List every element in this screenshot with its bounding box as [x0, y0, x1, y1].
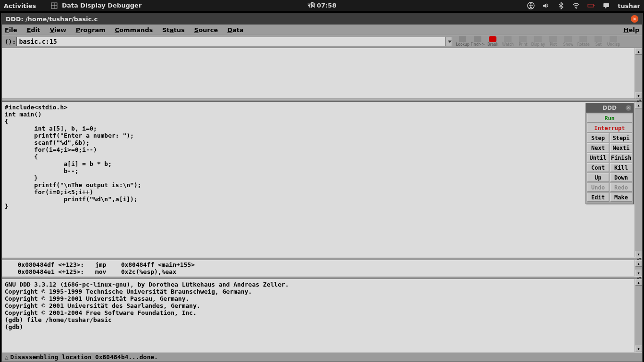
menu-source[interactable]: Source	[194, 26, 218, 33]
menu-view[interactable]: View	[50, 26, 66, 33]
ddd-icon	[50, 2, 58, 9]
redo-button[interactable]: Redo	[610, 183, 632, 192]
menu-status[interactable]: Status	[162, 26, 185, 33]
display-button[interactable]: Display	[530, 35, 545, 48]
gnome-topbar: Activities Data Display Debugger रवि 07:…	[0, 0, 644, 11]
source-scrollbar[interactable]: ▴▾	[635, 102, 642, 257]
command-tool-titlebar[interactable]: DDD ✕	[586, 103, 633, 113]
undisp-button[interactable]: Undisp	[606, 35, 621, 48]
cont-button[interactable]: Cont	[587, 163, 609, 172]
make-button[interactable]: Make	[610, 193, 632, 202]
activities-button[interactable]: Activities	[4, 2, 36, 9]
step-button[interactable]: Step	[587, 133, 609, 142]
toolbar: (): Lookup Find>> Break Watch Print Disp…	[2, 35, 642, 48]
svg-rect-8	[603, 3, 609, 7]
data-display-area[interactable]	[2, 48, 635, 99]
undo-button[interactable]: Undo	[587, 183, 609, 192]
menu-data[interactable]: Data	[227, 26, 244, 33]
rotate-button[interactable]: Rotate	[576, 35, 591, 48]
volume-icon[interactable]	[542, 2, 550, 9]
app-menu[interactable]: Data Display Debugger	[50, 2, 142, 10]
svg-point-5	[576, 8, 577, 9]
until-button[interactable]: Until	[587, 153, 609, 162]
up-button[interactable]: Up	[587, 173, 609, 182]
chat-icon[interactable]	[603, 2, 610, 9]
status-indicator-icon: △	[5, 354, 8, 361]
menubar: File Edit View Program Commands Status S…	[2, 25, 642, 35]
source-area[interactable]: #include<stdio.h> int main() { int a[5],…	[2, 102, 635, 257]
run-button[interactable]: Run	[587, 114, 632, 123]
statusbar: △ Disassembling location 0x80484b4...don…	[2, 352, 642, 362]
close-button[interactable]: ✕	[631, 15, 638, 23]
kill-button[interactable]: Kill	[610, 163, 632, 172]
bluetooth-icon[interactable]	[557, 2, 565, 9]
disassembly-area[interactable]: 0x080484df <+123>: jmp 0x80484ff <main+1…	[2, 260, 635, 276]
set-button[interactable]: Set	[591, 35, 606, 48]
lookup-button[interactable]: Lookup	[455, 35, 470, 48]
accessibility-icon[interactable]	[527, 2, 535, 9]
down-button[interactable]: Down	[610, 173, 632, 182]
menu-help[interactable]: Help	[624, 26, 639, 33]
arg-dropdown[interactable]	[446, 37, 452, 46]
watch-button[interactable]: Watch	[500, 35, 515, 48]
command-tool-close-icon[interactable]: ✕	[626, 105, 631, 111]
asm-scrollbar[interactable]: ▴▾	[635, 260, 642, 276]
display-scrollbar[interactable]: ▴▾	[635, 48, 642, 99]
break-button[interactable]: Break	[485, 35, 500, 48]
show-button[interactable]: Show	[561, 35, 576, 48]
wifi-icon[interactable]	[572, 2, 580, 9]
window-titlebar: DDD: /home/tushar/basic.c ✕	[2, 13, 642, 25]
menu-commands[interactable]: Commands	[115, 26, 153, 33]
svg-rect-6	[588, 4, 594, 7]
menu-edit[interactable]: Edit	[27, 26, 41, 33]
window-title: DDD: /home/tushar/basic.c	[6, 16, 98, 23]
console-scrollbar[interactable]: ▴▾	[635, 279, 642, 352]
find-button[interactable]: Find>>	[470, 35, 485, 48]
menu-file[interactable]: File	[5, 26, 17, 33]
print-button[interactable]: Print	[515, 35, 530, 48]
next-button[interactable]: Next	[587, 143, 609, 152]
stepi-button[interactable]: Stepi	[610, 133, 632, 142]
finish-button[interactable]: Finish	[610, 153, 632, 162]
interrupt-button[interactable]: Interrupt	[587, 123, 632, 132]
svg-rect-7	[594, 5, 594, 6]
status-text: Disassembling location 0x80484b4...done.	[10, 354, 158, 361]
plot-button[interactable]: Plot	[545, 35, 561, 48]
arg-label: ():	[5, 38, 16, 45]
arg-input[interactable]	[17, 37, 446, 46]
ddd-window: DDD: /home/tushar/basic.c ✕ File Edit Vi…	[1, 13, 643, 362]
menu-program[interactable]: Program	[76, 26, 106, 33]
svg-point-4	[530, 3, 532, 5]
command-tool: DDD ✕ Run Interrupt Step Stepi Next Next…	[586, 103, 634, 204]
clock[interactable]: रवि 07:58	[308, 2, 337, 9]
gdb-console[interactable]: GNU DDD 3.3.12 (i686-pc-linux-gnu), by D…	[2, 279, 635, 352]
edit-button[interactable]: Edit	[587, 193, 609, 202]
nexti-button[interactable]: Nexti	[610, 143, 632, 152]
battery-icon[interactable]	[587, 2, 595, 9]
user-menu[interactable]: tushar	[618, 2, 640, 9]
